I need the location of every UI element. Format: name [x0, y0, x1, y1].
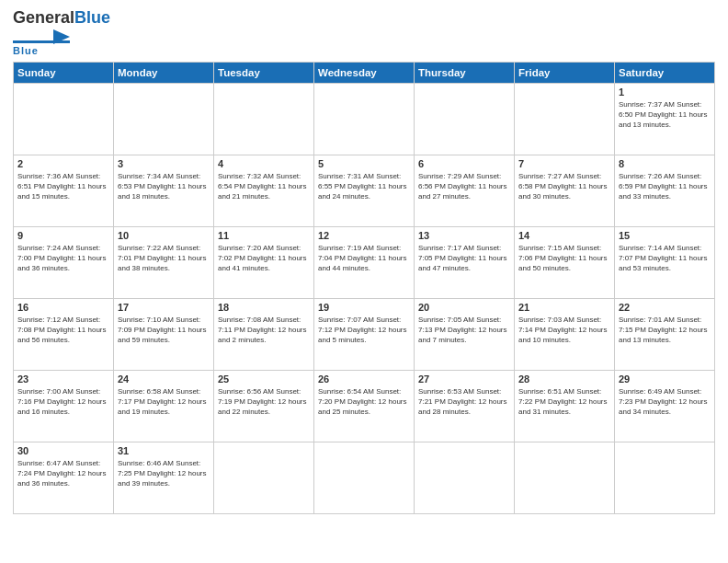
- calendar-cell: 22Sunrise: 7:01 AM Sunset: 7:15 PM Dayli…: [615, 298, 715, 370]
- calendar-cell: [314, 442, 415, 513]
- day-info: Sunrise: 7:29 AM Sunset: 6:56 PM Dayligh…: [418, 171, 510, 202]
- calendar-cell: [114, 83, 214, 155]
- day-info: Sunrise: 6:51 AM Sunset: 7:22 PM Dayligh…: [518, 386, 610, 418]
- calendar-cell: [615, 442, 715, 513]
- calendar-cell: 12Sunrise: 7:19 AM Sunset: 7:04 PM Dayli…: [314, 226, 415, 298]
- calendar-cell: 14Sunrise: 7:15 AM Sunset: 7:06 PM Dayli…: [515, 226, 615, 298]
- calendar-cell: 30Sunrise: 6:47 AM Sunset: 7:24 PM Dayli…: [14, 442, 114, 513]
- day-number: 12: [318, 230, 410, 241]
- day-info: Sunrise: 6:53 AM Sunset: 7:21 PM Dayligh…: [418, 386, 510, 418]
- calendar-cell: 23Sunrise: 7:00 AM Sunset: 7:16 PM Dayli…: [14, 370, 114, 442]
- calendar-cell: 25Sunrise: 6:56 AM Sunset: 7:19 PM Dayli…: [214, 370, 314, 442]
- calendar-cell: 2Sunrise: 7:36 AM Sunset: 6:51 PM Daylig…: [14, 155, 114, 226]
- calendar-cell: 10Sunrise: 7:22 AM Sunset: 7:01 PM Dayli…: [114, 226, 214, 298]
- day-info: Sunrise: 7:24 AM Sunset: 7:00 PM Dayligh…: [17, 243, 109, 274]
- calendar-cell: 24Sunrise: 6:58 AM Sunset: 7:17 PM Dayli…: [114, 370, 214, 442]
- calendar-cell: [415, 83, 515, 155]
- day-info: Sunrise: 7:12 AM Sunset: 7:08 PM Dayligh…: [17, 315, 109, 346]
- calendar-cell: 8Sunrise: 7:26 AM Sunset: 6:59 PM Daylig…: [615, 155, 715, 226]
- calendar-cell: [214, 442, 314, 513]
- calendar-week-row: 9Sunrise: 7:24 AM Sunset: 7:00 PM Daylig…: [14, 226, 715, 298]
- calendar-week-row: 16Sunrise: 7:12 AM Sunset: 7:08 PM Dayli…: [14, 298, 715, 370]
- day-info: Sunrise: 7:14 AM Sunset: 7:07 PM Dayligh…: [619, 243, 711, 274]
- day-number: 4: [218, 158, 310, 169]
- calendar-cell: [515, 83, 615, 155]
- day-number: 7: [518, 158, 610, 169]
- calendar-header-row: SundayMondayTuesdayWednesdayThursdayFrid…: [14, 62, 715, 83]
- logo-sub: Blue: [13, 45, 39, 56]
- day-number: 24: [118, 373, 210, 385]
- day-info: Sunrise: 7:03 AM Sunset: 7:14 PM Dayligh…: [518, 315, 610, 346]
- day-info: Sunrise: 7:20 AM Sunset: 7:02 PM Dayligh…: [218, 243, 310, 274]
- calendar-week-row: 2Sunrise: 7:36 AM Sunset: 6:51 PM Daylig…: [14, 155, 715, 226]
- day-info: Sunrise: 6:56 AM Sunset: 7:19 PM Dayligh…: [218, 386, 310, 418]
- day-number: 5: [318, 158, 410, 169]
- day-number: 8: [619, 158, 711, 169]
- calendar-cell: 1Sunrise: 7:37 AM Sunset: 6:50 PM Daylig…: [615, 83, 715, 155]
- day-number: 14: [518, 230, 610, 241]
- day-number: 31: [118, 445, 210, 456]
- day-info: Sunrise: 7:26 AM Sunset: 6:59 PM Dayligh…: [619, 171, 711, 202]
- day-number: 2: [17, 158, 109, 169]
- col-header-friday: Friday: [515, 62, 615, 83]
- day-number: 29: [619, 373, 711, 385]
- day-info: Sunrise: 7:15 AM Sunset: 7:06 PM Dayligh…: [518, 243, 610, 274]
- calendar-cell: 7Sunrise: 7:27 AM Sunset: 6:58 PM Daylig…: [515, 155, 615, 226]
- day-number: 3: [118, 158, 210, 169]
- day-info: Sunrise: 6:49 AM Sunset: 7:23 PM Dayligh…: [619, 386, 711, 418]
- calendar-cell: 26Sunrise: 6:54 AM Sunset: 7:20 PM Dayli…: [314, 370, 415, 442]
- calendar-table: SundayMondayTuesdayWednesdayThursdayFrid…: [13, 62, 715, 514]
- day-number: 6: [418, 158, 510, 169]
- col-header-tuesday: Tuesday: [214, 62, 314, 83]
- col-header-sunday: Sunday: [14, 62, 114, 83]
- day-number: 9: [17, 230, 109, 241]
- calendar-week-row: 23Sunrise: 7:00 AM Sunset: 7:16 PM Dayli…: [14, 370, 715, 442]
- day-info: Sunrise: 7:05 AM Sunset: 7:13 PM Dayligh…: [418, 315, 510, 346]
- day-info: Sunrise: 7:22 AM Sunset: 7:01 PM Dayligh…: [118, 243, 210, 274]
- calendar-cell: 3Sunrise: 7:34 AM Sunset: 6:53 PM Daylig…: [114, 155, 214, 226]
- calendar-cell: 20Sunrise: 7:05 AM Sunset: 7:13 PM Dayli…: [415, 298, 515, 370]
- calendar-cell: 18Sunrise: 7:08 AM Sunset: 7:11 PM Dayli…: [214, 298, 314, 370]
- calendar-cell: 31Sunrise: 6:46 AM Sunset: 7:25 PM Dayli…: [114, 442, 214, 513]
- logo: GeneralBlue Blue: [13, 9, 110, 56]
- calendar-week-row: 30Sunrise: 6:47 AM Sunset: 7:24 PM Dayli…: [14, 442, 715, 513]
- calendar-cell: 19Sunrise: 7:07 AM Sunset: 7:12 PM Dayli…: [314, 298, 415, 370]
- calendar-cell: 28Sunrise: 6:51 AM Sunset: 7:22 PM Dayli…: [515, 370, 615, 442]
- day-info: Sunrise: 6:58 AM Sunset: 7:17 PM Dayligh…: [118, 386, 210, 418]
- calendar-week-row: 1Sunrise: 7:37 AM Sunset: 6:50 PM Daylig…: [14, 83, 715, 155]
- day-number: 16: [17, 302, 109, 313]
- calendar-cell: 21Sunrise: 7:03 AM Sunset: 7:14 PM Dayli…: [515, 298, 615, 370]
- day-number: 30: [17, 445, 109, 456]
- calendar-cell: 4Sunrise: 7:32 AM Sunset: 6:54 PM Daylig…: [214, 155, 314, 226]
- calendar-cell: 15Sunrise: 7:14 AM Sunset: 7:07 PM Dayli…: [615, 226, 715, 298]
- day-info: Sunrise: 7:19 AM Sunset: 7:04 PM Dayligh…: [318, 243, 410, 274]
- day-number: 19: [318, 302, 410, 313]
- col-header-wednesday: Wednesday: [314, 62, 415, 83]
- calendar-cell: 27Sunrise: 6:53 AM Sunset: 7:21 PM Dayli…: [415, 370, 515, 442]
- calendar-cell: [214, 83, 314, 155]
- day-number: 17: [118, 302, 210, 313]
- svg-rect-1: [13, 40, 70, 43]
- day-number: 18: [218, 302, 310, 313]
- day-number: 20: [418, 302, 510, 313]
- page-header: GeneralBlue Blue: [13, 9, 715, 56]
- day-number: 10: [118, 230, 210, 241]
- calendar-cell: [515, 442, 615, 513]
- calendar-cell: 6Sunrise: 7:29 AM Sunset: 6:56 PM Daylig…: [415, 155, 515, 226]
- day-number: 15: [619, 230, 711, 241]
- col-header-saturday: Saturday: [615, 62, 715, 83]
- day-info: Sunrise: 7:34 AM Sunset: 6:53 PM Dayligh…: [118, 171, 210, 202]
- calendar-cell: 17Sunrise: 7:10 AM Sunset: 7:09 PM Dayli…: [114, 298, 214, 370]
- day-number: 25: [218, 373, 310, 385]
- day-info: Sunrise: 7:01 AM Sunset: 7:15 PM Dayligh…: [619, 315, 711, 346]
- day-info: Sunrise: 7:31 AM Sunset: 6:55 PM Dayligh…: [318, 171, 410, 202]
- day-info: Sunrise: 7:37 AM Sunset: 6:50 PM Dayligh…: [619, 99, 711, 131]
- calendar-cell: 13Sunrise: 7:17 AM Sunset: 7:05 PM Dayli…: [415, 226, 515, 298]
- day-number: 26: [318, 373, 410, 385]
- calendar-cell: 9Sunrise: 7:24 AM Sunset: 7:00 PM Daylig…: [14, 226, 114, 298]
- day-info: Sunrise: 7:27 AM Sunset: 6:58 PM Dayligh…: [518, 171, 610, 202]
- calendar-cell: 29Sunrise: 6:49 AM Sunset: 7:23 PM Dayli…: [615, 370, 715, 442]
- day-number: 28: [518, 373, 610, 385]
- calendar-cell: 11Sunrise: 7:20 AM Sunset: 7:02 PM Dayli…: [214, 226, 314, 298]
- col-header-monday: Monday: [114, 62, 214, 83]
